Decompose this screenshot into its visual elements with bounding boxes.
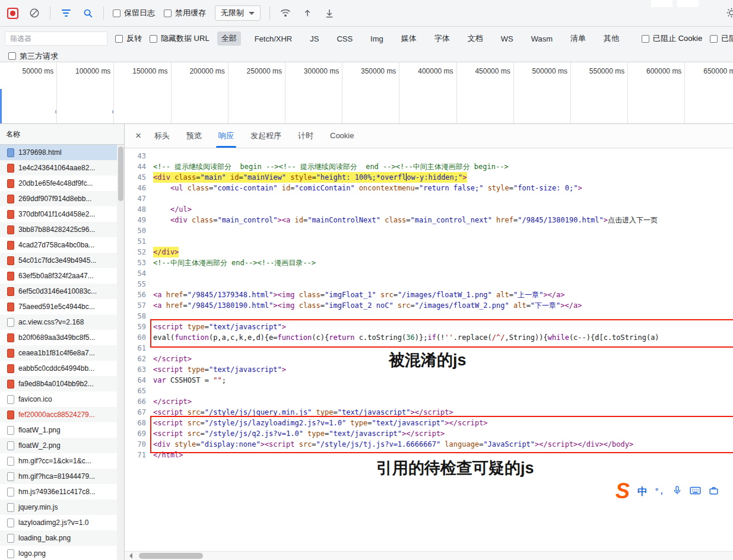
network-request-row[interactable]: 370dbf041f1c4d458e2... — [0, 206, 117, 222]
network-request-row[interactable]: 1e4c243641064aae82... — [0, 160, 117, 176]
line-number: 68 — [125, 418, 153, 428]
network-conditions-button[interactable] — [279, 7, 292, 20]
network-overview-timeline[interactable]: 50000 ms100000 ms150000 ms200000 ms25000… — [0, 62, 733, 124]
network-request-row[interactable]: 269ddf907f914d8ebb... — [0, 191, 117, 206]
clear-button[interactable] — [28, 7, 41, 20]
detail-tab[interactable]: 发起程序 — [242, 124, 290, 148]
network-request-row[interactable]: 20db1e65fe4c48df9fc... — [0, 176, 117, 191]
network-request-row[interactable]: 4cad27d758ca4bc0ba... — [0, 237, 117, 253]
code-line: 49 <div class="main_control"><a id="main… — [125, 215, 733, 225]
filter-chip[interactable]: Fetch/XHR — [250, 33, 297, 45]
third-party-checkbox[interactable]: 第三方请求 — [8, 51, 58, 62]
network-request-row[interactable]: jquery.min.js — [0, 499, 117, 515]
code-line-content: <div class="main_control"><a id="mainCon… — [153, 215, 658, 225]
import-har-button[interactable] — [301, 7, 314, 20]
network-request-row[interactable]: eabb5c0cddc64994bb... — [0, 361, 117, 376]
mic-button[interactable] — [672, 485, 682, 497]
network-request-row[interactable]: hm.js?4936e11c417c8... — [0, 484, 117, 499]
close-icon[interactable]: × — [131, 130, 146, 142]
hide-data-urls-label: 隐藏数据 URL — [161, 33, 210, 44]
network-request-row[interactable]: ceaea1b1f81c4f6e8a7... — [0, 345, 117, 361]
filter-chip[interactable]: Img — [366, 33, 388, 45]
ime-language-toggle[interactable]: 中 — [637, 485, 648, 498]
vertical-scrollbar[interactable] — [117, 145, 124, 560]
file-icon — [7, 195, 14, 203]
devtools-network-panel: 保留日志 禁用缓存 无限制 — [0, 0, 733, 560]
filter-chip[interactable]: 字体 — [430, 31, 454, 46]
toolbox-icon — [709, 486, 719, 495]
timeline-column: 50000 ms — [0, 62, 57, 123]
network-request-row[interactable]: ac.view.css?v=2.168 — [0, 314, 117, 330]
blocked-requests-checkbox[interactable]: 已阻止请求 — [710, 33, 733, 44]
invert-checkbox[interactable]: 反转 — [115, 33, 142, 44]
detail-tab[interactable]: 计时 — [290, 124, 322, 148]
network-request-row[interactable]: 1379698.html — [0, 145, 117, 160]
file-name: b20f0689aa3d49bc8f5... — [18, 333, 95, 342]
code-line: 65 — [125, 386, 733, 396]
detail-tab[interactable]: 响应 — [210, 124, 242, 148]
filter-toggle-button[interactable] — [59, 7, 72, 20]
network-request-row[interactable]: 75aeed591e5c4944bc... — [0, 299, 117, 314]
filter-chip[interactable]: JS — [306, 33, 323, 45]
filter-chip[interactable]: 文档 — [464, 31, 487, 46]
filter-input[interactable] — [5, 31, 107, 46]
network-request-row[interactable]: fa9ed8b4a0104bb9b2... — [0, 376, 117, 392]
filter-chip[interactable]: 其他 — [599, 31, 623, 46]
network-request-row[interactable]: floatW_1.png — [0, 422, 117, 438]
code-line: 43 — [125, 151, 733, 161]
file-icon — [7, 441, 14, 450]
ime-punctuation-toggle[interactable]: °， — [655, 486, 665, 497]
network-request-row[interactable]: lazyloadimg2.js?v=1.0 — [0, 515, 117, 530]
timeline-label: 150000 ms — [114, 62, 170, 75]
code-line: 50 — [125, 225, 733, 236]
disable-cache-checkbox[interactable]: 禁用缓存 — [164, 8, 206, 18]
network-request-row[interactable]: 63ef5b0a8f324f2aa47... — [0, 268, 117, 284]
code-line: 46 <ul class="comic-contain" id="comicCo… — [125, 183, 733, 193]
search-button[interactable] — [81, 7, 94, 20]
checkbox-icon — [8, 52, 16, 60]
throttling-dropdown[interactable]: 无限制 — [215, 5, 261, 21]
code-line-content: </div> — [153, 247, 179, 257]
blocked-cookies-checkbox[interactable]: 已阻止 Cookie — [642, 33, 702, 44]
horizontal-scrollbar[interactable] — [125, 551, 733, 560]
sogou-logo-icon[interactable]: S — [615, 481, 630, 502]
scrollbar-thumb[interactable] — [118, 147, 123, 201]
detail-tab[interactable]: 预览 — [178, 124, 210, 148]
network-request-row[interactable]: 54c01c7fdc3e49b4945... — [0, 253, 117, 268]
name-column-header[interactable]: 名称 — [0, 124, 124, 145]
filter-chip[interactable]: CSS — [332, 33, 357, 45]
filter-chip[interactable]: WS — [497, 33, 518, 45]
network-request-row[interactable]: 3bb87b884282425c96... — [0, 222, 117, 237]
detail-tab[interactable]: Cookie — [322, 124, 362, 148]
network-request-row[interactable]: favicon.ico — [0, 392, 117, 407]
keyboard-button[interactable] — [690, 486, 701, 497]
network-request-row[interactable]: logo.png — [0, 546, 117, 560]
network-request-row[interactable]: 6ef5c0d3146e410083c... — [0, 284, 117, 299]
network-request-row[interactable]: loading_bak.png — [0, 530, 117, 546]
file-name: 4cad27d758ca4bc0ba... — [18, 241, 94, 249]
network-request-row[interactable]: hm.gif?cc=1&ck=1&c... — [0, 453, 117, 469]
filter-chip[interactable]: Wasm — [527, 33, 557, 45]
scrollbar-thumb[interactable] — [139, 553, 203, 559]
toolbox-button[interactable] — [709, 486, 719, 497]
export-har-button[interactable] — [323, 7, 336, 20]
line-number: 44 — [125, 161, 153, 172]
timeline-column: 600000 ms — [628, 62, 685, 123]
filter-chip[interactable]: 清单 — [566, 31, 590, 46]
network-request-row[interactable]: b20f0689aa3d49bc8f5... — [0, 330, 117, 345]
record-button[interactable] — [6, 7, 19, 20]
scroll-left-arrow-icon[interactable] — [126, 553, 132, 559]
network-request-row[interactable]: floatW_2.png — [0, 438, 117, 453]
filter-chip[interactable]: 媒体 — [397, 31, 421, 46]
file-name: loading_bak.png — [18, 534, 71, 542]
filter-chip[interactable]: 全部 — [217, 31, 241, 46]
network-request-row[interactable]: hm.gif?hca=81944479... — [0, 469, 117, 484]
line-number: 60 — [125, 332, 153, 343]
network-request-row[interactable]: fef20000acc88524279... — [0, 407, 117, 422]
settings-button[interactable] — [726, 7, 733, 20]
toolbar-divider — [269, 7, 270, 20]
blocked-requests-label: 已阻止请求 — [721, 33, 733, 44]
detail-tab[interactable]: 标头 — [146, 124, 178, 148]
preserve-log-checkbox[interactable]: 保留日志 — [113, 8, 155, 18]
hide-data-urls-checkbox[interactable]: 隐藏数据 URL — [150, 33, 210, 44]
